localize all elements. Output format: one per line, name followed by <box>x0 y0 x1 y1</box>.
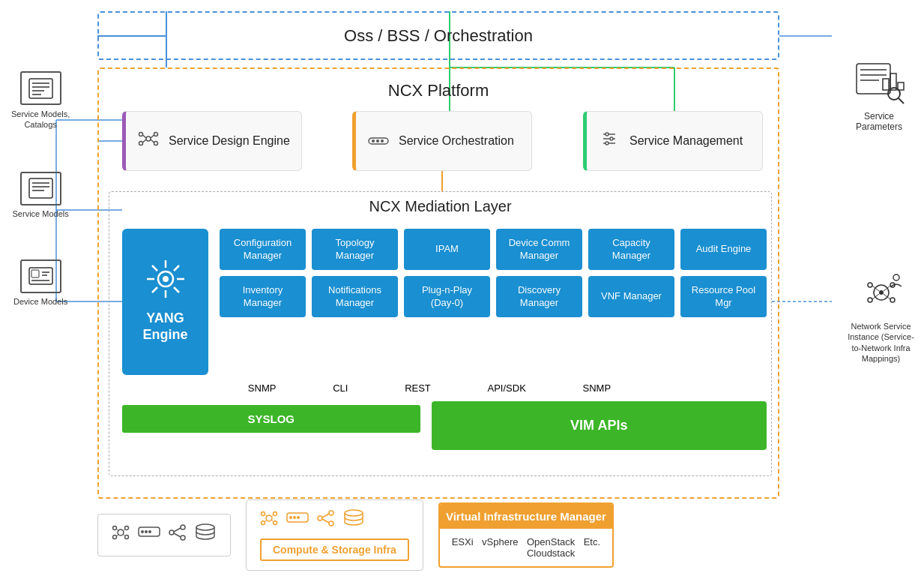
plug-n-play-btn[interactable]: Plug-n-Play (Day-0) <box>404 276 490 317</box>
svg-point-33 <box>163 276 169 282</box>
svg-line-93 <box>174 533 181 537</box>
vim-vsphere: vSphere <box>482 536 518 559</box>
svg-point-29 <box>606 133 609 136</box>
service-params-item: Service Parameters <box>845 60 913 132</box>
svg-point-105 <box>289 516 292 519</box>
compute-icons-1 <box>112 524 217 547</box>
managers-row-1: Configuration Manager Topology Manager I… <box>220 229 767 270</box>
yang-title: YANG Engine <box>122 310 208 343</box>
svg-line-39 <box>174 287 179 292</box>
mediation-title: NCX Mediation Layer <box>109 194 772 215</box>
oss-bss-box: Oss / BSS / Orchestration <box>97 11 779 60</box>
svg-rect-47 <box>29 178 52 198</box>
svg-point-107 <box>297 516 300 519</box>
syslog-section: SYSLOG <box>122 401 420 450</box>
svg-point-96 <box>262 512 265 516</box>
network-service-icon <box>845 270 917 317</box>
service-design-engine-card: Service Design Engine <box>122 111 302 171</box>
compute-infra-box-1 <box>97 514 231 556</box>
svg-line-41 <box>152 287 157 292</box>
svg-point-25 <box>381 140 384 142</box>
vim-apis-box[interactable]: VIM APIs <box>432 401 767 450</box>
managers-row-2: Inventory Manager Notifications Manager … <box>220 276 767 317</box>
ipam-btn[interactable]: IPAM <box>404 229 490 270</box>
svg-point-66 <box>879 290 884 295</box>
svg-point-88 <box>148 530 151 533</box>
svg-line-72 <box>884 286 890 291</box>
svg-rect-52 <box>31 270 39 278</box>
topology-manager-btn[interactable]: Topology Manager <box>312 229 398 270</box>
design-engine-icon <box>137 128 160 154</box>
svg-point-97 <box>274 512 277 516</box>
service-models-catalogs-item: Service Models,Catalogs <box>11 71 70 130</box>
svg-point-113 <box>345 510 363 516</box>
svg-line-84 <box>123 534 125 536</box>
protocol-snmp-1: SNMP <box>248 382 277 394</box>
capacity-manager-btn[interactable]: Capacity Manager <box>588 229 674 270</box>
svg-point-86 <box>141 530 144 533</box>
audit-engine-btn[interactable]: Audit Engine <box>680 229 767 270</box>
svg-line-112 <box>322 519 329 523</box>
orchestration-label: Service Orchestration <box>399 134 514 149</box>
svg-point-109 <box>329 511 333 515</box>
svg-line-21 <box>151 140 154 142</box>
service-models-item: Service Models <box>13 172 69 218</box>
svg-point-110 <box>329 521 333 526</box>
svg-point-77 <box>113 526 117 530</box>
svg-point-94 <box>196 524 214 530</box>
svg-point-108 <box>318 516 322 520</box>
svg-rect-42 <box>29 79 52 98</box>
bottom-section: Compute & Storage Infra Virtual Infrastr… <box>97 500 614 571</box>
svg-point-98 <box>262 521 265 525</box>
svg-line-38 <box>152 266 157 271</box>
protocol-cli: CLI <box>333 382 348 394</box>
orchestration-icon <box>367 130 390 152</box>
svg-point-23 <box>372 140 375 142</box>
inventory-manager-btn[interactable]: Inventory Manager <box>220 276 306 317</box>
notifications-manager-btn[interactable]: Notifications Manager <box>312 276 398 317</box>
compute-icons-2 <box>260 509 409 532</box>
vnf-manager-btn[interactable]: VNF Manager <box>588 276 674 317</box>
device-models-label: Device Models <box>13 297 67 306</box>
compute-icon-server <box>138 524 160 547</box>
svg-point-30 <box>610 137 613 140</box>
yang-engine-box: YANG Engine <box>122 229 208 375</box>
service-params-label: Service Parameters <box>856 111 902 132</box>
svg-point-67 <box>868 283 872 287</box>
design-engine-label: Service Design Engine <box>169 134 290 149</box>
svg-point-90 <box>181 525 185 530</box>
vim-manager-header: Virtual Infrastructure Manager <box>440 504 612 529</box>
service-params-icon <box>845 60 913 107</box>
management-icon <box>598 130 620 152</box>
protocol-rest: REST <box>405 382 431 394</box>
management-label: Service Management <box>629 134 743 149</box>
config-manager-btn[interactable]: Configuration Manager <box>220 229 306 270</box>
service-models-catalogs-label: Service Models,Catalogs <box>11 109 70 130</box>
resource-pool-btn[interactable]: Resource Pool Mgr <box>680 276 767 317</box>
left-icons: Service Models,Catalogs Service Models <box>11 71 70 306</box>
compute-infra-box-2: Compute & Storage Infra <box>246 500 423 571</box>
compute-icon-server-2 <box>286 509 309 532</box>
svg-point-78 <box>125 526 129 530</box>
device-comm-btn[interactable]: Device Comm Manager <box>496 229 582 270</box>
svg-point-14 <box>139 133 143 136</box>
svg-line-103 <box>271 520 274 522</box>
compute-icon-storage <box>194 524 217 547</box>
svg-rect-60 <box>883 79 889 90</box>
compute-icon-network-2 <box>260 509 279 532</box>
svg-line-74 <box>884 294 890 299</box>
svg-point-87 <box>145 530 148 533</box>
ncx-platform-title: NCX Platform <box>97 75 779 100</box>
svg-point-99 <box>274 521 277 525</box>
device-models-icon <box>20 260 61 293</box>
svg-line-64 <box>899 98 904 104</box>
discovery-manager-btn[interactable]: Discovery Manager <box>496 276 582 317</box>
svg-point-89 <box>169 530 174 535</box>
svg-line-92 <box>174 528 181 532</box>
service-orchestration-card: Service Orchestration <box>352 111 532 171</box>
svg-point-31 <box>606 142 609 145</box>
svg-point-24 <box>376 140 379 142</box>
svg-line-19 <box>151 135 154 138</box>
network-service-item: Network Service Instance (Service-to-Net… <box>845 270 917 364</box>
svg-point-17 <box>154 142 158 146</box>
